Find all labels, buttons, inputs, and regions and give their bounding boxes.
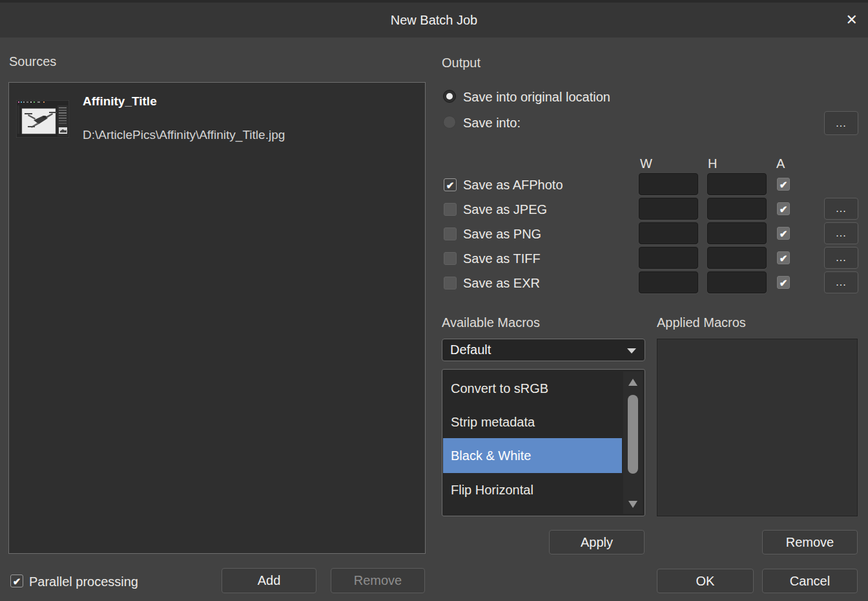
apply-macro-button[interactable]: Apply: [549, 530, 645, 554]
label-save-jpeg[interactable]: Save as JPEG: [463, 202, 547, 217]
macro-category-value: Default: [450, 343, 491, 357]
macro-item-flip-horizontal[interactable]: Flip Horizontal: [443, 473, 622, 507]
macro-item-black-white[interactable]: Black & White: [443, 438, 622, 473]
check-icon: ✔: [446, 180, 455, 190]
height-input-afphoto[interactable]: [707, 173, 767, 195]
sources-section-label: Sources: [9, 54, 56, 69]
applied-macros-panel[interactable]: [657, 339, 858, 516]
height-input-exr[interactable]: [707, 271, 767, 293]
check-icon: ✔: [780, 278, 788, 288]
label-save-tiff[interactable]: Save as TIFF: [463, 251, 541, 266]
available-macros-label: Available Macros: [442, 315, 540, 330]
macro-category-dropdown[interactable]: Default: [442, 339, 645, 361]
check-icon: ✔: [13, 576, 21, 586]
titlebar: New Batch Job ✕: [0, 0, 868, 37]
alpha-checkbox-afphoto[interactable]: ✔: [777, 178, 790, 191]
alpha-checkbox-exr[interactable]: ✔: [777, 276, 790, 289]
macro-item-convert-srgb[interactable]: Convert to sRGB: [443, 372, 622, 405]
options-button-png[interactable]: ...: [824, 222, 858, 244]
width-input-jpeg[interactable]: [639, 198, 698, 220]
remove-macro-button[interactable]: Remove: [762, 530, 858, 554]
height-input-tiff[interactable]: [707, 247, 767, 269]
macro-item-strip-metadata[interactable]: Strip metadata: [443, 405, 622, 439]
scroll-up-icon[interactable]: [628, 379, 637, 386]
new-batch-job-dialog: New Batch Job ✕ Sources: [0, 0, 868, 601]
source-item-path: D:\ArticlePics\Affinity\Affinity_Title.j…: [83, 128, 285, 142]
cancel-button[interactable]: Cancel: [762, 569, 858, 593]
width-input-tiff[interactable]: [639, 247, 698, 269]
options-button-exr[interactable]: ...: [824, 271, 858, 293]
alpha-checkbox-jpeg[interactable]: ✔: [777, 202, 790, 215]
ok-button[interactable]: OK: [657, 569, 754, 593]
browse-save-into-button[interactable]: ...: [824, 111, 858, 135]
close-icon[interactable]: ✕: [846, 12, 858, 28]
macro-list-scrollbar[interactable]: [623, 372, 643, 514]
check-icon: ✔: [780, 180, 788, 189]
caret-down-icon: [627, 348, 636, 353]
sources-list-panel[interactable]: Affinity_Title D:\ArticlePics\Affinity\A…: [8, 82, 426, 554]
checkbox-save-png[interactable]: [444, 227, 457, 240]
parallel-processing-label[interactable]: Parallel processing: [29, 574, 138, 589]
width-input-exr[interactable]: [639, 271, 698, 293]
options-button-tiff[interactable]: ...: [824, 247, 858, 269]
checkbox-save-jpeg[interactable]: [444, 203, 457, 216]
check-icon: ✔: [780, 204, 788, 214]
alpha-checkbox-png[interactable]: ✔: [777, 227, 790, 240]
source-thumbnail: [16, 100, 69, 138]
scrollbar-thumb[interactable]: [628, 395, 638, 474]
radio-save-into-label[interactable]: Save into:: [463, 115, 521, 131]
parallel-processing-checkbox[interactable]: ✔: [10, 575, 23, 587]
label-save-exr[interactable]: Save as EXR: [463, 275, 540, 291]
label-save-png[interactable]: Save as PNG: [463, 226, 541, 242]
radio-save-original-location[interactable]: [443, 90, 456, 103]
dialog-title: New Batch Job: [0, 3, 868, 37]
scroll-down-icon[interactable]: [628, 501, 637, 508]
applied-macros-label: Applied Macros: [657, 315, 746, 330]
column-header-height: H: [708, 156, 717, 171]
remove-source-button[interactable]: Remove: [331, 568, 425, 593]
options-button-jpeg[interactable]: ...: [824, 198, 858, 220]
output-section-label: Output: [442, 56, 480, 70]
radio-save-original-label[interactable]: Save into original location: [463, 89, 610, 105]
check-icon: ✔: [780, 229, 788, 238]
height-input-png[interactable]: [707, 222, 767, 244]
alpha-checkbox-tiff[interactable]: ✔: [777, 251, 790, 264]
add-source-button[interactable]: Add: [222, 568, 316, 593]
available-macros-list[interactable]: Convert to sRGB Strip metadata Black & W…: [442, 369, 645, 516]
column-header-width: W: [640, 156, 652, 171]
source-item-name: Affinity_Title: [83, 94, 157, 109]
checkbox-save-afphoto[interactable]: ✔: [444, 178, 457, 191]
width-input-png[interactable]: [639, 222, 698, 244]
check-icon: ✔: [780, 253, 788, 263]
label-save-afphoto[interactable]: Save as AFPhoto: [463, 177, 563, 193]
column-header-alpha: A: [776, 156, 785, 171]
checkbox-save-exr[interactable]: [444, 277, 457, 290]
height-input-jpeg[interactable]: [707, 198, 767, 220]
width-input-afphoto[interactable]: [639, 173, 698, 195]
checkbox-save-tiff[interactable]: [444, 252, 457, 265]
radio-save-into[interactable]: [443, 116, 456, 129]
